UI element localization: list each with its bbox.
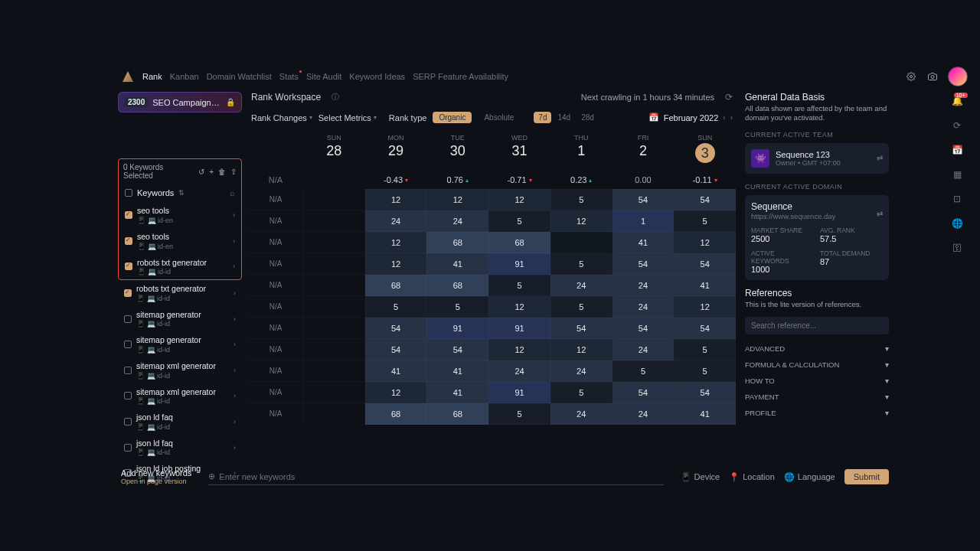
- submit-button[interactable]: Submit: [844, 469, 889, 484]
- rank-cell[interactable]: 12: [488, 189, 550, 210]
- rank-cell[interactable]: 41: [365, 360, 427, 382]
- next-arrow[interactable]: ›: [730, 113, 733, 122]
- location-option[interactable]: 📍 Location: [729, 472, 775, 482]
- rank-cell[interactable]: 41: [674, 275, 736, 296]
- rank-cell[interactable]: 12: [488, 339, 550, 360]
- rank-cell[interactable]: 5: [488, 403, 550, 425]
- keyword-check[interactable]: [124, 315, 132, 323]
- rank-cell[interactable]: 91: [488, 253, 550, 275]
- rank-cell[interactable]: 12: [550, 210, 612, 232]
- absolute-pill[interactable]: Absolute: [478, 112, 520, 123]
- keyword-item[interactable]: robots txt generator 📱 💻 id-id ›: [118, 280, 242, 306]
- rank-cell[interactable]: 54: [612, 253, 675, 275]
- refresh-icon[interactable]: ⟳: [725, 92, 733, 103]
- rank-cell[interactable]: 91: [488, 318, 550, 339]
- globe-icon[interactable]: 🌐: [952, 218, 963, 229]
- keyword-item[interactable]: sitemap generator 📱 💻 id-id ›: [118, 331, 242, 357]
- keyword-check[interactable]: [124, 392, 132, 399]
- nav-item[interactable]: Domain Watchlist: [207, 72, 272, 81]
- rank-cell[interactable]: 5: [426, 296, 488, 318]
- date-label[interactable]: February 2022: [664, 113, 719, 122]
- rank-cell[interactable]: 5: [674, 210, 736, 232]
- rank-changes-dropdown[interactable]: Rank Changes▾: [251, 113, 312, 122]
- keyword-item[interactable]: json ld faq 📱 💻 id-id ›: [118, 409, 242, 435]
- rank-cell[interactable]: 12: [674, 296, 736, 318]
- rank-cell[interactable]: 91: [426, 318, 488, 339]
- nav-item[interactable]: SERP Feature Availability: [413, 72, 508, 81]
- day-number[interactable]: 1: [550, 143, 612, 159]
- sort-icon[interactable]: ⇅: [178, 189, 185, 197]
- key-icon[interactable]: ⚿: [952, 243, 962, 253]
- add-kw-sub[interactable]: Open in page version: [121, 478, 191, 485]
- rank-cell[interactable]: 5: [612, 360, 675, 382]
- rank-cell[interactable]: [550, 232, 612, 253]
- rank-cell[interactable]: 5: [550, 189, 612, 210]
- device-option[interactable]: 📱 Device: [681, 472, 720, 482]
- keyword-check[interactable]: [125, 262, 132, 270]
- keyword-check[interactable]: [124, 418, 132, 425]
- swap-icon[interactable]: ⇄: [877, 154, 883, 162]
- rank-cell[interactable]: 12: [365, 189, 427, 210]
- rank-cell[interactable]: 5: [488, 210, 550, 232]
- search-icon[interactable]: ⌕: [230, 188, 235, 197]
- keyword-check[interactable]: [124, 289, 132, 297]
- export-icon[interactable]: ⇪: [230, 168, 237, 176]
- rank-cell[interactable]: 68: [426, 275, 488, 296]
- rank-cell[interactable]: 68: [426, 403, 488, 425]
- keyword-check[interactable]: [124, 341, 132, 348]
- rank-cell[interactable]: 54: [426, 339, 488, 360]
- rank-cell[interactable]: 5: [488, 275, 550, 296]
- day-number[interactable]: 30: [426, 143, 488, 159]
- nav-item[interactable]: Rank: [142, 72, 162, 81]
- keyword-item[interactable]: robots txt generator 📱 💻 id-id ›: [119, 254, 241, 280]
- rank-cell[interactable]: 54: [550, 318, 612, 339]
- day-number[interactable]: 2: [612, 143, 675, 159]
- rank-cell[interactable]: 5: [550, 253, 612, 275]
- accordion-item[interactable]: ADVANCED▾: [745, 341, 889, 357]
- accordion-item[interactable]: FORMULA & CALCULATION▾: [745, 357, 889, 373]
- rank-cell[interactable]: 24: [612, 296, 675, 318]
- rank-cell[interactable]: 68: [488, 232, 550, 253]
- rank-cell[interactable]: 41: [674, 403, 736, 425]
- rank-cell[interactable]: 54: [674, 318, 736, 339]
- rank-cell[interactable]: 12: [365, 382, 427, 403]
- rank-cell[interactable]: 12: [365, 253, 427, 275]
- rank-cell[interactable]: 41: [426, 253, 488, 275]
- rank-cell[interactable]: 12: [550, 339, 612, 360]
- bell-icon[interactable]: 🔔10+: [952, 96, 963, 106]
- day-number[interactable]: 31: [488, 143, 550, 159]
- range-pill[interactable]: 14d: [553, 112, 575, 123]
- keyword-item[interactable]: seo tools 📱 💻 id-en ›: [119, 202, 241, 228]
- rank-cell[interactable]: 5: [674, 360, 736, 382]
- rank-cell[interactable]: 54: [674, 253, 736, 275]
- rank-cell[interactable]: 41: [426, 382, 488, 403]
- refresh-sb-icon[interactable]: ⟳: [953, 120, 961, 131]
- project-badge[interactable]: 2300 SEO Campaign M.. 🔒: [118, 92, 242, 112]
- reference-search-input[interactable]: [745, 317, 889, 334]
- rank-cell[interactable]: 68: [426, 232, 488, 253]
- day-number[interactable]: 28: [303, 143, 365, 159]
- rank-cell[interactable]: 41: [426, 360, 488, 382]
- rank-cell[interactable]: 24: [550, 360, 612, 382]
- add-icon[interactable]: +: [209, 168, 214, 176]
- accordion-item[interactable]: HOW TO▾: [745, 373, 889, 389]
- keyword-item[interactable]: sitemap xml generator 📱 💻 id-id ›: [118, 357, 242, 383]
- info-icon[interactable]: ⓘ: [332, 92, 339, 103]
- rank-cell[interactable]: 24: [550, 403, 612, 425]
- rank-cell[interactable]: 24: [550, 275, 612, 296]
- rank-cell[interactable]: 5: [550, 296, 612, 318]
- rank-cell[interactable]: 68: [365, 275, 427, 296]
- keyword-item[interactable]: sitemap xml generator 📱 💻 id-id ›: [118, 383, 242, 409]
- nav-item[interactable]: Stats: [279, 72, 299, 81]
- day-number[interactable]: 29: [365, 143, 427, 159]
- undo-icon[interactable]: ↺: [198, 168, 204, 176]
- rank-cell[interactable]: 54: [365, 339, 427, 360]
- keyword-check[interactable]: [125, 237, 132, 245]
- domain-swap-icon[interactable]: ⇄: [877, 210, 883, 218]
- rank-cell[interactable]: 54: [674, 382, 736, 403]
- rank-cell[interactable]: 54: [612, 189, 675, 210]
- select-all-check[interactable]: [125, 189, 132, 197]
- team-card[interactable]: 👾 Sequence 123 Owner • GMT +07:00 ⇄: [745, 143, 889, 174]
- nav-item[interactable]: Kanban: [170, 72, 199, 81]
- keyword-check[interactable]: [124, 367, 132, 374]
